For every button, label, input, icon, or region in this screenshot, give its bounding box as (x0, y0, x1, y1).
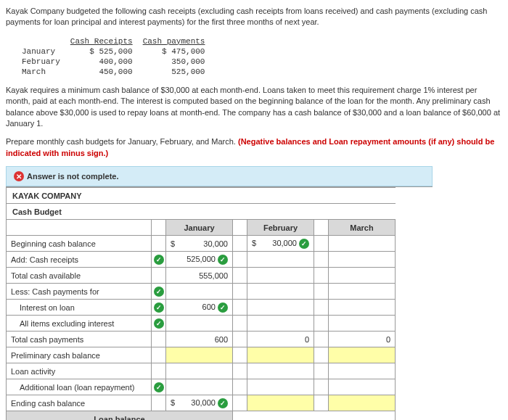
x-icon: ✕ (14, 171, 24, 181)
check-icon: ✓ (218, 255, 228, 265)
row-cash-receipts: Add: Cash receipts (7, 252, 152, 268)
row-preliminary: Preliminary cash balance (7, 347, 152, 363)
check-icon: ✓ (154, 255, 164, 265)
col-february: February (247, 220, 314, 236)
receipts-payments-table: Cash ReceiptsCash payments January$ 525,… (20, 36, 215, 78)
company-name: KAYAK COMPANY (7, 188, 233, 204)
check-icon: ✓ (154, 318, 164, 329)
loan-balance-header: Loan balance (7, 411, 233, 420)
row-ending-balance: Ending cash balance (7, 395, 152, 411)
check-icon: ✓ (154, 287, 164, 297)
check-icon: ✓ (218, 302, 228, 313)
row-beginning-balance: Beginning cash balance (7, 236, 152, 252)
check-icon: ✓ (218, 398, 228, 408)
col-march: March (329, 220, 396, 236)
intro-paragraph-1: Kayak Company budgeted the following cas… (6, 6, 502, 28)
answer-banner: ✕ Answer is not complete. (6, 166, 433, 186)
row-all-items: All items excluding interest (7, 316, 152, 332)
row-total-available: Total cash available (7, 268, 152, 284)
row-interest: Interest on loan (7, 300, 152, 316)
instruction-text: Prepare monthly cash budgets for January… (6, 136, 502, 159)
check-icon: ✓ (154, 382, 164, 392)
check-icon: ✓ (154, 302, 164, 313)
cash-budget-table: KAYAK COMPANY Cash Budget January Februa… (6, 187, 396, 420)
row-less-payments: Less: Cash payments for (7, 284, 152, 300)
intro-paragraph-2: Kayak requires a minimum cash balance of… (6, 85, 502, 130)
row-additional-loan: Additional loan (loan repayment) (7, 379, 152, 395)
row-total-payments: Total cash payments (7, 332, 152, 347)
col-january: January (166, 220, 233, 236)
row-loan-activity: Loan activity (7, 363, 152, 379)
check-icon: ✓ (299, 239, 309, 249)
budget-title: Cash Budget (7, 204, 233, 220)
